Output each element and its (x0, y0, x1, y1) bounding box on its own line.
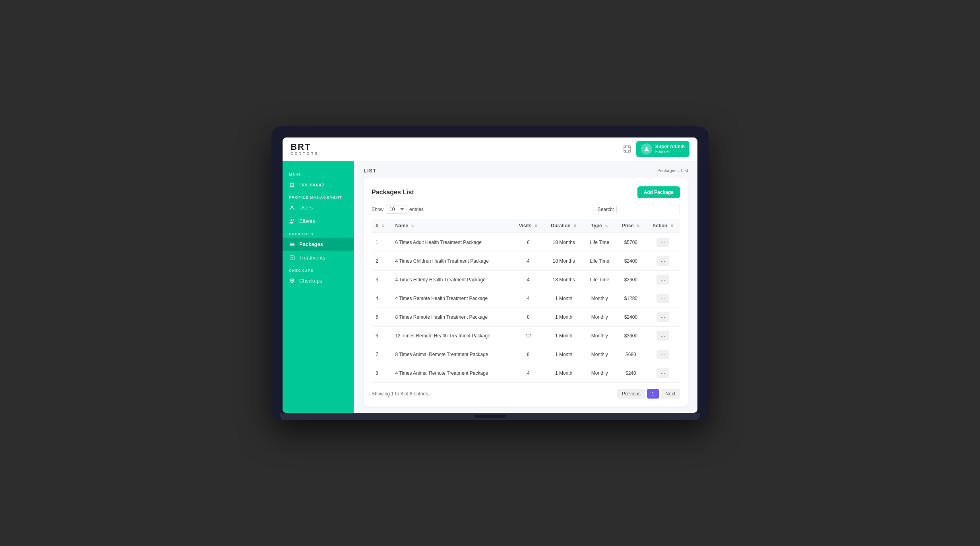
action-button[interactable]: ··· (657, 350, 669, 359)
table-row: 7 8 Times Animal Remote Treatment Packag… (372, 345, 680, 364)
cell-name: 4 Times Animal Remote Treatment Package (391, 364, 512, 382)
cell-visits: 6 (513, 233, 544, 252)
clients-icon (289, 218, 295, 225)
svg-point-2 (291, 205, 293, 207)
sidebar-item-checkups[interactable]: Checkups (283, 274, 354, 288)
action-button[interactable]: ··· (657, 294, 669, 303)
logo: BRT CENTERS (291, 143, 319, 155)
cell-type: Monthly (583, 289, 616, 308)
top-bar-right: Super Admin Founder (623, 141, 689, 157)
cell-name: 4 Times Remote Health Treatment Package (391, 289, 512, 308)
col-action[interactable]: Action ⇅ (646, 219, 680, 233)
table-row: 6 12 Times Remote Health Treatment Packa… (372, 326, 680, 345)
sidebar-item-packages[interactable]: Packages (283, 238, 354, 251)
cell-action: ··· (646, 252, 680, 270)
cell-num: 6 (372, 326, 391, 345)
cell-action: ··· (646, 233, 680, 252)
entries-select[interactable]: 10 25 50 100 (386, 205, 407, 214)
packages-icon (289, 241, 295, 248)
cell-type: Monthly (583, 345, 616, 364)
cell-visits: 4 (513, 289, 544, 308)
sidebar-item-clients[interactable]: Clients (283, 215, 354, 228)
svg-rect-0 (624, 146, 630, 152)
cell-price: $680 (616, 345, 646, 364)
laptop-frame: BRT CENTERS Super (271, 126, 709, 420)
table-row: 8 4 Times Animal Remote Treatment Packag… (372, 364, 680, 382)
breadcrumb-sep: › (678, 168, 680, 173)
cell-visits: 4 (513, 364, 544, 382)
svg-point-4 (293, 219, 294, 221)
cell-action: ··· (646, 308, 680, 326)
laptop-base (280, 413, 700, 420)
checkups-icon (289, 278, 295, 284)
cell-name: 4 Times Children Health Treatment Packag… (391, 252, 512, 270)
fullscreen-icon[interactable] (623, 145, 631, 153)
table-head: # ⇅ Name ⇅ Visits ⇅ Duration ⇅ Type ⇅ Pr… (372, 219, 680, 233)
cell-type: Life Time (583, 270, 616, 289)
cell-price: $240 (616, 364, 646, 382)
col-num[interactable]: # ⇅ (372, 219, 391, 233)
cell-duration: 1 Month (544, 364, 584, 382)
entries-info: Showing 1 to 8 of 8 entries (372, 391, 428, 397)
action-button[interactable]: ··· (657, 256, 669, 266)
cell-action: ··· (646, 326, 680, 345)
cell-type: Monthly (583, 326, 616, 345)
avatar (641, 143, 652, 155)
col-duration[interactable]: Duration ⇅ (544, 219, 584, 233)
sidebar-label-packages: Packages (299, 241, 323, 247)
page-1-button[interactable]: 1 (647, 389, 659, 399)
cell-visits: 8 (513, 308, 544, 326)
cell-name: 8 Times Animal Remote Treatment Package (391, 345, 512, 364)
col-name[interactable]: Name ⇅ (391, 219, 512, 233)
sidebar-item-dashboard[interactable]: ⊞ Dashboard (283, 178, 354, 192)
search-input[interactable] (616, 205, 680, 214)
cell-num: 1 (372, 233, 391, 252)
laptop-notch (474, 415, 506, 418)
sidebar-item-treatments[interactable]: Treatments (283, 251, 354, 265)
card-title: Packages List (372, 189, 414, 196)
cell-price: $2600 (616, 270, 646, 289)
logo-centers: CENTERS (291, 152, 319, 155)
show-entries: Show 10 25 50 100 entries (372, 205, 424, 214)
next-button[interactable]: Next (660, 389, 680, 399)
user-role: Founder (655, 149, 685, 154)
dashboard-icon: ⊞ (289, 182, 295, 188)
sidebar-item-users[interactable]: Users (283, 201, 354, 215)
breadcrumb: Packages › List (657, 168, 688, 173)
add-package-button[interactable]: Add Package (637, 186, 680, 198)
cell-price: $2400 (616, 308, 646, 326)
page-title: LIST (364, 168, 376, 174)
cell-duration: 1 Month (544, 308, 584, 326)
svg-rect-6 (290, 244, 294, 245)
table-footer: Showing 1 to 8 of 8 entries Previous 1 N… (372, 389, 680, 399)
col-price[interactable]: Price ⇅ (616, 219, 646, 233)
sidebar-section-checkups: CHECKUPS (283, 265, 354, 274)
cell-price: $5700 (616, 233, 646, 252)
action-button[interactable]: ··· (657, 275, 669, 285)
sidebar-label-treatments: Treatments (299, 255, 325, 261)
sidebar-section-main: MAIN (283, 168, 354, 178)
col-visits[interactable]: Visits ⇅ (513, 219, 544, 233)
action-button[interactable]: ··· (657, 368, 669, 378)
previous-button[interactable]: Previous (617, 389, 645, 399)
cell-action: ··· (646, 270, 680, 289)
user-badge[interactable]: Super Admin Founder (636, 141, 689, 157)
cell-duration: 18 Months (544, 270, 584, 289)
col-type[interactable]: Type ⇅ (583, 219, 616, 233)
action-button[interactable]: ··· (657, 331, 669, 341)
action-button[interactable]: ··· (657, 238, 669, 247)
cell-price: $1280 (616, 289, 646, 308)
cell-name: 12 Times Remote Health Treatment Package (391, 326, 512, 345)
cell-num: 7 (372, 345, 391, 364)
cell-name: 6 Times Adult Health Treatment Package (391, 233, 512, 252)
breadcrumb-list: List (681, 168, 688, 173)
action-button[interactable]: ··· (657, 312, 669, 322)
sidebar: MAIN ⊞ Dashboard PROFILE MANAGEMENT User… (283, 161, 354, 413)
packages-card: Packages List Add Package Show 10 25 50 … (364, 178, 688, 407)
cell-type: Monthly (583, 364, 616, 382)
cell-visits: 8 (513, 345, 544, 364)
treatments-icon (289, 255, 295, 261)
top-bar: BRT CENTERS Super (283, 137, 697, 161)
sidebar-label-clients: Clients (299, 218, 315, 224)
layout: MAIN ⊞ Dashboard PROFILE MANAGEMENT User… (283, 161, 697, 413)
